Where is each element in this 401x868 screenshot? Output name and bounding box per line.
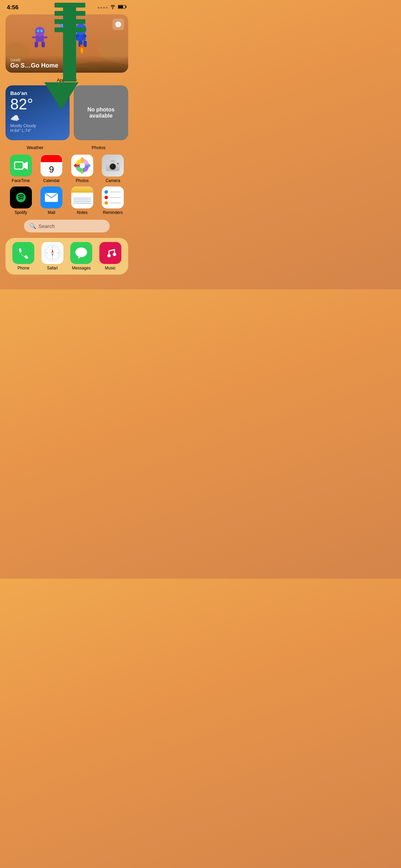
app-label-facetime: FaceTime — [12, 178, 30, 183]
status-time: 4:56 — [7, 4, 19, 11]
appstore-widget[interactable]: GAME Go S…Go Home A — [5, 14, 128, 73]
svg-rect-38 — [15, 162, 23, 169]
app-item-calendar[interactable]: THU 9 Calendar — [36, 155, 67, 183]
big-widgets-row: Bao'an 82° ☁️ Mostly Cloudy H:84° L:74° … — [5, 85, 128, 140]
app-item-reminders[interactable]: Reminders — [98, 186, 129, 215]
svg-rect-27 — [75, 35, 79, 37]
svg-text:A: A — [117, 22, 120, 26]
search-bar[interactable]: 🔍 Search — [24, 220, 110, 232]
weather-widget-label: Weather — [27, 144, 44, 153]
app-label-notes: Notes — [77, 210, 87, 215]
phone-icon — [12, 242, 34, 264]
signal-dot-4 — [106, 7, 108, 9]
app-item-spotify[interactable]: Spotify — [5, 186, 36, 215]
app-label-camera: Camera — [106, 178, 120, 183]
weather-description: Mostly Cloudy — [10, 123, 65, 128]
svg-rect-21 — [32, 36, 36, 38]
app-label-calendar: Calendar — [43, 178, 60, 183]
dock-item-safari[interactable]: Safari — [38, 242, 67, 270]
svg-point-55 — [117, 163, 119, 164]
svg-rect-19 — [35, 42, 38, 47]
notes-lines — [71, 193, 93, 208]
calendar-day: 9 — [49, 165, 54, 174]
svg-rect-25 — [79, 28, 81, 31]
signal-dot-2 — [100, 7, 102, 9]
dock-label-messages: Messages — [72, 266, 91, 270]
reminders-icon — [102, 186, 124, 208]
svg-point-17 — [37, 30, 39, 32]
wifi-icon — [110, 4, 116, 11]
safari-icon — [41, 242, 63, 264]
svg-point-54 — [111, 165, 112, 166]
app-grid: FaceTime THU 9 Calendar — [5, 155, 128, 215]
svg-rect-20 — [41, 42, 45, 47]
dock-label-phone: Phone — [17, 266, 29, 270]
svg-line-70 — [109, 250, 114, 251]
notes-top-strip — [71, 186, 93, 193]
dock-label-music: Music — [105, 266, 116, 270]
signal-dot-3 — [103, 7, 105, 9]
messages-icon — [70, 242, 92, 264]
svg-point-72 — [113, 253, 116, 256]
svg-rect-28 — [83, 35, 86, 37]
calendar-month: THU — [48, 158, 55, 161]
svg-point-68 — [75, 248, 87, 257]
battery-icon — [118, 4, 127, 11]
app-label-spotify: Spotify — [14, 210, 27, 215]
photos-no-photos-text: No photos available — [74, 107, 128, 119]
photos-icon — [71, 155, 93, 177]
appstore-icon: A — [112, 19, 124, 30]
appstore-footer-label: App Store — [0, 76, 134, 85]
weather-high-low: H:84° L:74° — [10, 128, 65, 133]
music-icon — [99, 242, 121, 264]
app-item-notes[interactable]: Notes — [67, 186, 98, 215]
svg-point-71 — [107, 254, 111, 257]
facetime-icon — [10, 155, 32, 177]
camera-icon — [102, 155, 124, 177]
weather-location: Bao'an — [10, 90, 65, 96]
app-item-photos[interactable]: Photos — [67, 155, 98, 183]
appstore-sublabel: GAME — [10, 58, 123, 62]
dock: Phone Safari — [5, 238, 128, 275]
appstore-title: Go S…Go Home — [10, 62, 123, 69]
app-item-mail[interactable]: Mail — [36, 186, 67, 215]
dock-item-messages[interactable]: Messages — [67, 242, 96, 270]
status-bar: 4:56 — [0, 0, 134, 12]
app-label-photos: Photos — [76, 178, 88, 183]
svg-rect-8 — [118, 5, 123, 8]
svg-rect-22 — [44, 36, 47, 38]
appstore-label: GAME Go S…Go Home — [5, 56, 128, 73]
weather-cloud-icon: ☁️ — [10, 114, 65, 123]
calendar-icon: THU 9 — [40, 155, 62, 177]
svg-point-48 — [80, 163, 85, 168]
dock-label-safari: Safari — [47, 266, 58, 270]
weather-widget[interactable]: Bao'an 82° ☁️ Mostly Cloudy H:84° L:74° — [5, 85, 70, 140]
search-label: Search — [38, 223, 55, 229]
svg-point-24 — [75, 24, 86, 35]
app-label-reminders: Reminders — [103, 210, 123, 215]
dock-item-music[interactable]: Music — [96, 242, 125, 270]
signal-dot-1 — [98, 7, 99, 9]
app-label-mail: Mail — [48, 210, 55, 215]
status-icons — [98, 4, 127, 11]
svg-rect-7 — [126, 6, 127, 8]
game-scene: GAME Go S…Go Home A — [5, 14, 128, 73]
weather-temp: 82° — [10, 96, 65, 112]
svg-point-18 — [40, 30, 42, 32]
svg-marker-37 — [24, 161, 28, 170]
svg-rect-26 — [81, 28, 83, 31]
mail-icon — [40, 186, 62, 208]
photos-widget-label: Photos — [92, 144, 105, 153]
notes-icon — [71, 186, 93, 208]
big-widgets-labels: Weather Photos — [5, 144, 128, 150]
signal-dots — [98, 7, 108, 9]
search-icon: 🔍 — [29, 223, 36, 229]
app-item-camera[interactable]: Camera — [98, 155, 129, 183]
svg-point-16 — [35, 27, 45, 36]
dock-item-phone[interactable]: Phone — [9, 242, 38, 270]
spotify-icon — [10, 186, 32, 208]
svg-point-57 — [16, 193, 26, 202]
svg-point-32 — [81, 48, 83, 53]
photos-widget[interactable]: No photos available — [74, 85, 128, 140]
app-item-facetime[interactable]: FaceTime — [5, 155, 36, 183]
